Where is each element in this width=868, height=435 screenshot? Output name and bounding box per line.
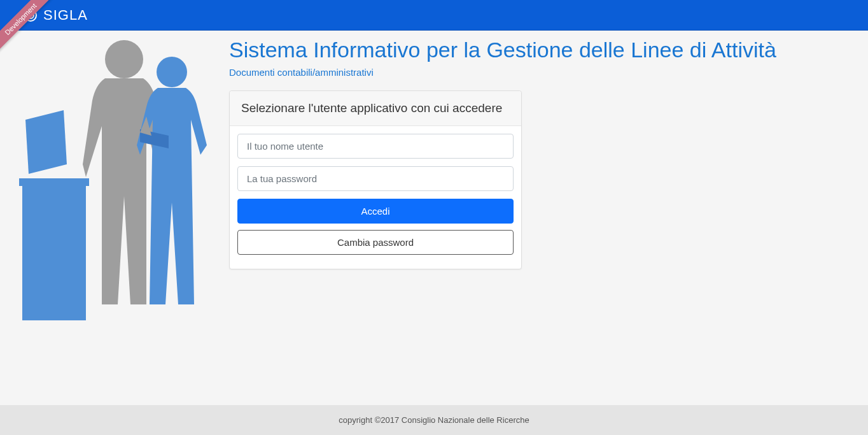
illustration-panel xyxy=(13,37,210,324)
login-card: Selezionare l'utente applicativo con cui… xyxy=(229,90,522,270)
login-button[interactable]: Accedi xyxy=(237,199,514,224)
content-area: Sistema Informativo per la Gestione dell… xyxy=(229,37,802,392)
people-illustration-icon xyxy=(13,37,210,324)
main-content: Sistema Informativo per la Gestione dell… xyxy=(0,31,868,405)
copyright-text: copyright ©2017 Consiglio Nazionale dell… xyxy=(339,415,529,425)
login-heading: Selezionare l'utente applicativo con cui… xyxy=(241,100,510,117)
login-card-header: Selezionare l'utente applicativo con cui… xyxy=(230,91,521,127)
page-footer: copyright ©2017 Consiglio Nazionale dell… xyxy=(0,405,868,435)
brand-text: SIGLA xyxy=(43,7,88,24)
page-subtitle: Documenti contabili/amministrativi xyxy=(229,67,802,78)
page-title: Sistema Informativo per la Gestione dell… xyxy=(229,37,802,63)
username-input[interactable] xyxy=(237,134,514,159)
app-header: SIGLA xyxy=(0,0,868,31)
password-input[interactable] xyxy=(237,166,514,191)
svg-rect-2 xyxy=(22,183,86,320)
svg-point-5 xyxy=(157,57,187,87)
svg-rect-3 xyxy=(19,178,89,186)
login-card-body: Accedi Cambia password xyxy=(230,126,521,269)
change-password-button[interactable]: Cambia password xyxy=(237,230,514,255)
svg-point-4 xyxy=(105,40,143,78)
